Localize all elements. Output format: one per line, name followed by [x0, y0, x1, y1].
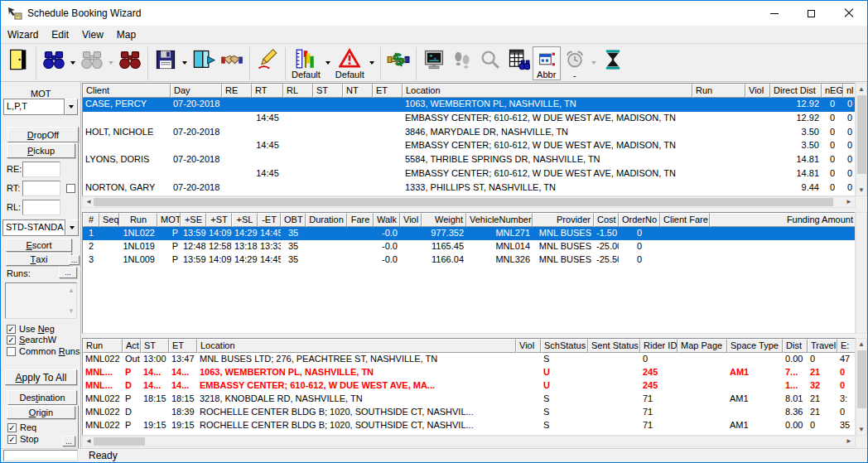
abbr-toggle-button[interactable]: Abbr: [533, 46, 561, 80]
zoom-button[interactable]: [476, 46, 504, 80]
rt-checkbox[interactable]: [66, 184, 75, 193]
table-row[interactable]: 31NL009P13:5914:0914:2914:4535-0.01166.0…: [83, 253, 855, 267]
req-checkbox[interactable]: ✓ Req: [7, 422, 36, 432]
map-monitor-button[interactable]: [420, 46, 448, 80]
exit-button[interactable]: [4, 46, 32, 80]
column-header-run[interactable]: Run: [692, 84, 745, 98]
searchw-checkbox[interactable]: ✓ SearchW: [7, 335, 56, 345]
table-row[interactable]: HOLT, NICHOLE07-20-20183846, MARYDALE DR…: [83, 126, 855, 140]
rt-input[interactable]: [22, 181, 60, 196]
scrollbar-thumb[interactable]: [857, 95, 866, 174]
column-header-e-[interactable]: E:: [837, 339, 856, 353]
table-row[interactable]: CASE, PERCY07-20-20181063, WEMBERTON PL,…: [83, 98, 855, 112]
column-header-day[interactable]: Day: [171, 84, 222, 98]
column-header-direct-dist[interactable]: Direct Dist: [770, 84, 822, 98]
escort-button[interactable]: Escort: [6, 239, 72, 252]
column-header-vehiclenumber[interactable]: VehicleNumber: [466, 213, 533, 227]
column-header-funding-amount[interactable]: Funding Amount: [710, 213, 856, 227]
table-row[interactable]: LYONS, DORIS07-20-20185584, THRIBLE SPRI…: [83, 153, 855, 167]
save-dropdown[interactable]: [180, 51, 190, 75]
column-header--[interactable]: #: [83, 213, 99, 227]
table-row[interactable]: 14:45EMBASSY CENTER; 610-612, W DUE WEST…: [83, 139, 855, 153]
find-disabled-button[interactable]: [78, 46, 106, 80]
column-header-run[interactable]: Run: [83, 339, 123, 353]
find-client-button[interactable]: [40, 46, 68, 80]
negotiate-button[interactable]: [218, 46, 246, 80]
scrollbar-thumb[interactable]: [857, 350, 866, 408]
column-header--st[interactable]: +ST: [206, 213, 232, 227]
column-header-act[interactable]: Act: [123, 339, 141, 353]
menu-wizard[interactable]: Wizard: [1, 27, 45, 42]
origin-button[interactable]: Origin: [7, 406, 75, 419]
column-header-schstatus[interactable]: SchStatus: [541, 339, 588, 353]
hourglass-button[interactable]: [599, 46, 627, 80]
violation-default-button[interactable]: Default: [333, 46, 367, 80]
table-row[interactable]: 21NL019P12:4812:5813:1813:3335-0.01165.4…: [83, 240, 855, 253]
runs-listbox[interactable]: ▲ ▼: [5, 282, 77, 319]
edit-button[interactable]: [253, 46, 282, 80]
maximize-button[interactable]: [793, 1, 830, 26]
table-row[interactable]: 14:45EMBASSY CENTER; 610-612, W DUE WEST…: [83, 167, 855, 181]
menu-view[interactable]: View: [75, 27, 110, 42]
service-combobox[interactable]: STD-STANDA: [2, 219, 79, 236]
table-row[interactable]: MNL022P19:1519:15ROCHELLE CENTER BLDG B;…: [83, 419, 855, 432]
close-button[interactable]: [830, 1, 867, 26]
solutions-vertical-scrollbar[interactable]: [856, 212, 867, 334]
destination-button[interactable]: Destination: [7, 390, 77, 405]
column-header-nl[interactable]: nl: [843, 84, 856, 98]
column-header-st[interactable]: ST: [141, 339, 169, 353]
timer-button[interactable]: -: [561, 46, 589, 80]
column-header--sl[interactable]: +SL: [232, 213, 258, 227]
column-header-rt[interactable]: RT: [252, 84, 283, 98]
column-header-provider[interactable]: Provider: [533, 213, 594, 227]
column-header-travel[interactable]: Travel: [808, 339, 837, 353]
bookings-horizontal-scrollbar[interactable]: ◄ ►: [82, 196, 856, 208]
column-header-mot[interactable]: MOT: [157, 213, 181, 227]
re-input[interactable]: [22, 162, 60, 177]
scrollbar-thumb[interactable]: [94, 198, 833, 206]
column-header-seq[interactable]: Seq: [99, 213, 119, 227]
find-client-dropdown[interactable]: [68, 51, 78, 75]
column-header--et[interactable]: -ET: [258, 213, 281, 227]
column-header-client-fare[interactable]: Client Fare: [660, 213, 710, 227]
minimize-button[interactable]: [755, 1, 793, 26]
column-header-neg[interactable]: nEG: [822, 84, 843, 98]
column-header--se[interactable]: +SE: [181, 213, 206, 227]
find-disabled-dropdown[interactable]: [106, 51, 116, 75]
runs-more-button[interactable]: ...: [59, 267, 77, 278]
column-header-cost[interactable]: Cost: [594, 213, 619, 227]
column-header-weight[interactable]: Weight: [422, 213, 466, 227]
apply-to-all-button[interactable]: Apply To All: [5, 369, 77, 385]
column-header-viol[interactable]: Viol: [400, 213, 422, 227]
stop-more-button[interactable]: ...: [62, 436, 75, 446]
use-neg-checkbox[interactable]: ✓ Use Neg: [7, 324, 55, 334]
table-row[interactable]: MNL022D18:39ROCHELLE CENTER BLDG B; 1020…: [83, 406, 855, 419]
violation-default-dropdown[interactable]: [367, 51, 377, 75]
column-header-space-type[interactable]: Space Type: [727, 339, 783, 353]
column-header-location[interactable]: Location: [403, 84, 692, 98]
bookings-vertical-scrollbar[interactable]: ▲ ▼: [856, 83, 867, 196]
schedule-default-dropdown[interactable]: [323, 51, 333, 75]
column-header-nt[interactable]: NT: [343, 84, 373, 98]
pickup-button[interactable]: Pickup: [7, 143, 75, 158]
taxi-button[interactable]: Taxi: [6, 253, 72, 266]
stop-checkbox[interactable]: ✓ Stop: [7, 434, 39, 444]
taxi-more-button[interactable]: ...: [69, 255, 80, 265]
menu-map[interactable]: Map: [110, 27, 142, 42]
column-header-rider-id[interactable]: Rider ID: [640, 339, 678, 353]
column-header-dist[interactable]: Dist: [783, 339, 808, 353]
column-header-obt[interactable]: OBT: [281, 213, 306, 227]
common-runs-checkbox[interactable]: Common Runs: [7, 346, 80, 356]
column-header-walk[interactable]: Walk: [374, 213, 400, 227]
book-button[interactable]: [190, 46, 218, 80]
schedule-default-button[interactable]: Default: [289, 46, 323, 80]
column-header-re[interactable]: RE: [222, 84, 252, 98]
table-row[interactable]: NORTON, GARY07-20-20181333, PHILLIPS ST,…: [83, 181, 855, 195]
column-header-et[interactable]: ET: [169, 339, 197, 353]
column-header-sent-status[interactable]: Sent Status: [588, 339, 640, 353]
column-header-viol[interactable]: Viol: [745, 84, 770, 98]
trace-button[interactable]: [448, 46, 476, 80]
column-header-map-page[interactable]: Map Page: [678, 339, 727, 353]
mot-combobox[interactable]: L,P,T: [3, 99, 78, 115]
column-header-st[interactable]: ST: [313, 84, 343, 98]
